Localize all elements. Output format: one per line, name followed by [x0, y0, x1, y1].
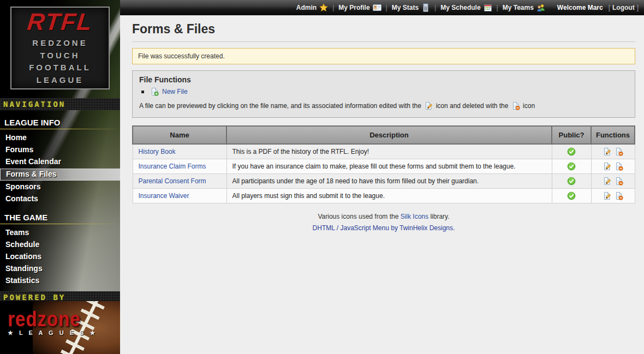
edit-file-icon[interactable]: [603, 147, 611, 156]
section-title-league-info: LEAGUE INFO: [0, 117, 120, 129]
table-row: Parental Consent Form All participants u…: [133, 174, 635, 189]
rtfl-logo-text: RTFL: [26, 10, 94, 34]
title-divider: [132, 41, 635, 42]
silk-icons-link[interactable]: Silk Icons: [401, 213, 428, 220]
topbar-item-my-profile[interactable]: My Profile: [338, 3, 381, 12]
sidebar: RTFL REDZONE TOUCH FOOTBALL LEAGUE NAVIG…: [0, 0, 120, 354]
calculator-icon: [421, 3, 430, 12]
logout-bracket: ]: [637, 4, 639, 11]
calendar-icon: [484, 3, 492, 12]
section-underline: [0, 224, 120, 224]
topbar-separator: |: [434, 4, 436, 11]
public-check-icon: [567, 147, 576, 156]
sidebar-item-sponsors[interactable]: Sponsors: [0, 181, 120, 193]
topbar-separator: |: [386, 4, 387, 11]
delete-file-icon[interactable]: [615, 162, 623, 171]
public-check-icon: [567, 191, 576, 200]
topbar-item-my-teams[interactable]: My Teams: [503, 3, 545, 12]
sidebar-item-contacts[interactable]: Contacts: [0, 193, 120, 205]
sidebar-item-home[interactable]: Home: [0, 132, 120, 144]
edit-file-icon[interactable]: [603, 177, 611, 185]
table-header-row: Name Description Public? Functions: [133, 126, 635, 144]
logout-link[interactable]: Logout: [612, 4, 635, 11]
star-icon: [319, 3, 328, 12]
edit-file-icon[interactable]: [603, 162, 611, 171]
redzone-brand-name: redzone: [8, 309, 97, 329]
topbar-item-my-stats[interactable]: My Stats: [392, 3, 430, 12]
logout-bracket: [: [609, 4, 610, 11]
success-flash: File was successfully created.: [132, 48, 635, 64]
file-description: This is a PDF of the history of the RTFL…: [226, 144, 552, 159]
section-underline: [0, 129, 120, 129]
sidebar-item-event-calendar[interactable]: Event Calendar: [0, 156, 120, 168]
group-icon: [536, 3, 545, 12]
page-title: Forms & Files: [132, 22, 635, 37]
topbar-separator: |: [332, 4, 334, 11]
redzone-brand-sub: ★ L E A G U E S ★: [8, 329, 97, 337]
main-content: Forms & Files File was successfully crea…: [120, 15, 644, 354]
file-description: If you have an insurance claim to make, …: [226, 159, 552, 174]
rtfl-logo-line: REDZONE: [32, 37, 87, 50]
file-name-link[interactable]: History Book: [139, 148, 176, 155]
column-header-description: Description: [226, 126, 552, 144]
page-add-icon[interactable]: [150, 87, 159, 96]
redzone-leagues-logo: redzone ★ L E A G U E S ★: [0, 301, 120, 354]
rtfl-logo-line: FOOTBALL: [29, 62, 91, 74]
column-header-functions: Functions: [591, 126, 635, 144]
sidebar-item-statistics[interactable]: Statistics: [0, 275, 120, 287]
file-description: All participants under the age of 18 nee…: [226, 174, 552, 189]
table-row: Insurance Claim Forms If you have an ins…: [133, 159, 635, 174]
rtfl-logo-line: LEAGUE: [37, 74, 84, 87]
icons-credit: Various icons used from the Silk Icons l…: [132, 213, 635, 220]
delete-file-icon[interactable]: [615, 191, 623, 200]
list-bullet: [141, 91, 144, 93]
vcard-icon: [373, 3, 381, 12]
table-row: History Book This is a PDF of the histor…: [133, 144, 635, 159]
table-row: Insurance Waiver All players must sign t…: [133, 189, 635, 203]
section-title-the-game: THE GAME: [0, 212, 120, 224]
sidebar-item-forms-files[interactable]: Forms & Files: [0, 169, 120, 181]
sidebar-item-locations[interactable]: Locations: [0, 251, 120, 263]
menu-credit: DHTML / JavaScript Menu by TwinHelix Des…: [132, 224, 635, 232]
files-table: Name Description Public? Functions Histo…: [132, 125, 635, 203]
file-description: All players must sign this and submit it…: [226, 189, 552, 203]
sidebar-item-forums[interactable]: Forums: [0, 144, 120, 156]
file-name-link[interactable]: Parental Consent Form: [139, 177, 206, 185]
column-header-public: Public?: [552, 126, 591, 144]
file-functions-panel: File Functions New File A file can be pr…: [132, 70, 635, 118]
sidebar-item-standings[interactable]: Standings: [0, 263, 120, 275]
new-file-link[interactable]: New File: [162, 88, 188, 95]
sidebar-item-teams[interactable]: Teams: [0, 227, 120, 239]
welcome-text: Welcome Marc: [557, 4, 603, 11]
rtfl-logo: RTFL REDZONE TOUCH FOOTBALL LEAGUE: [10, 7, 110, 89]
edit-file-icon[interactable]: [603, 191, 611, 200]
file-functions-title: File Functions: [139, 75, 628, 84]
delete-file-icon[interactable]: [615, 177, 623, 185]
topbar-item-my-schedule[interactable]: My Schedule: [440, 3, 492, 12]
delete-file-icon[interactable]: [615, 147, 623, 156]
navigation-marquee: NAVIGATION: [0, 98, 120, 110]
column-header-name: Name: [133, 126, 226, 144]
file-name-link[interactable]: Insurance Waiver: [139, 192, 189, 200]
public-check-icon: [567, 177, 576, 185]
page-edit-icon: [424, 101, 433, 110]
sidebar-item-schedule[interactable]: Schedule: [0, 239, 120, 251]
page-delete-icon: [511, 101, 520, 110]
public-check-icon: [567, 162, 576, 171]
file-name-link[interactable]: Insurance Claim Forms: [139, 163, 206, 170]
topbar: Admin | My Profile | My Stats | My Sched…: [120, 0, 644, 15]
topbar-separator: |: [497, 4, 498, 11]
file-functions-hint: A file can be previewed by clicking on t…: [139, 101, 628, 111]
topbar-item-admin[interactable]: Admin: [296, 3, 328, 12]
rtfl-logo-line: TOUCH: [40, 50, 80, 62]
twinhelix-link[interactable]: DHTML / JavaScript Menu by TwinHelix Des…: [313, 224, 455, 232]
